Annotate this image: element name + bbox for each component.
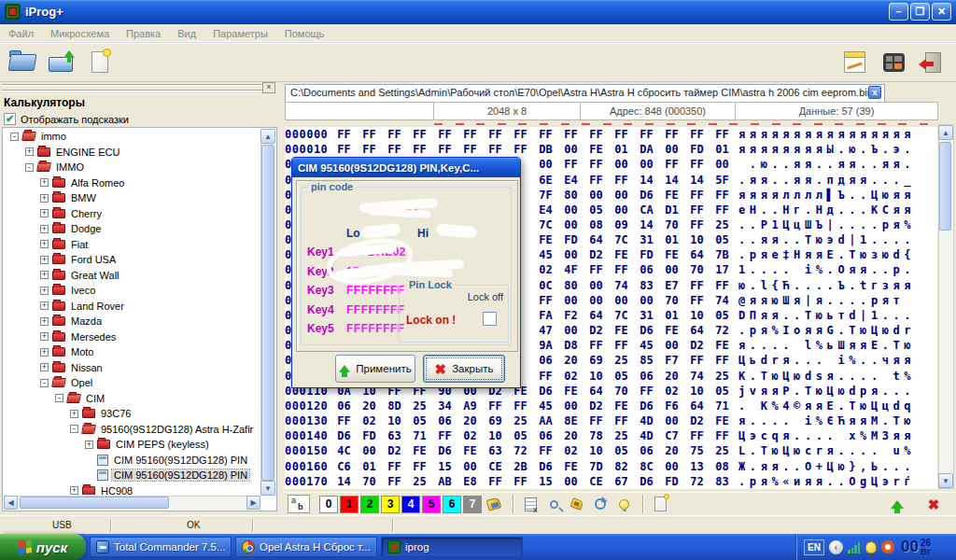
tree-toggle-icon[interactable]: -: [70, 425, 78, 433]
tree-toggle-icon[interactable]: +: [25, 147, 34, 156]
tree-item[interactable]: -95160(9S12DG128) Astra H-Zafir: [5, 422, 260, 438]
dialog-titlebar[interactable]: CIM 95160(9S12DG128) PIN,Key,C...: [292, 158, 520, 177]
tree-item[interactable]: -Opel: [5, 375, 260, 391]
tree-toggle-icon[interactable]: +: [40, 301, 49, 310]
save-file-button[interactable]: [43, 46, 78, 79]
menu-item-6[interactable]: Помощь: [276, 28, 333, 39]
menu-item-3[interactable]: Правка: [118, 28, 169, 39]
tree-item[interactable]: +CIM PEPS (keyless): [5, 437, 260, 453]
new-page-button[interactable]: [650, 495, 670, 513]
scroll-right-icon[interactable]: ▶: [246, 496, 260, 510]
tree-item[interactable]: +HC908: [5, 483, 260, 496]
color-chip-2[interactable]: 2: [360, 496, 379, 513]
scroll-down-icon[interactable]: ▼: [938, 473, 953, 488]
restore-button[interactable]: ❐: [910, 3, 930, 21]
tree-hscroll-thumb[interactable]: [20, 497, 169, 509]
hidden-icons-chevron[interactable]: ‹: [829, 540, 843, 554]
tree-item[interactable]: +Land Rover: [5, 299, 260, 315]
calculator-button[interactable]: [876, 46, 911, 79]
tree-item[interactable]: -immo: [5, 129, 260, 145]
color-chip-5[interactable]: 5: [422, 496, 441, 513]
tray-app-icon[interactable]: [881, 540, 894, 553]
tree-item[interactable]: +Iveco: [5, 283, 260, 299]
tree-item[interactable]: +ENGINE ECU: [5, 145, 260, 161]
scroll-down-icon[interactable]: ▼: [260, 481, 275, 496]
tree-item[interactable]: +Alfa Romeo: [5, 175, 260, 191]
tree-item[interactable]: -IMMO: [5, 160, 260, 175]
tree-item[interactable]: -CIM: [5, 391, 260, 407]
scroll-up-icon[interactable]: ▲: [260, 129, 275, 144]
menu-item-1[interactable]: Файл: [0, 28, 42, 39]
taskbar-task-2[interactable]: Opel Astra H Сброс т...: [235, 537, 377, 557]
tray-antivirus-icon[interactable]: [865, 541, 877, 553]
search-button[interactable]: [543, 495, 564, 513]
close-dialog-button[interactable]: ✖ Закрыть: [423, 355, 505, 383]
color-chip-0[interactable]: 0: [319, 496, 338, 513]
language-indicator[interactable]: EN: [804, 539, 824, 555]
tree-toggle-icon[interactable]: +: [40, 209, 49, 217]
color-chip-6[interactable]: 6: [443, 496, 461, 513]
scroll-up-icon[interactable]: ▲: [938, 125, 953, 140]
tree-item[interactable]: +Cherry: [5, 206, 260, 222]
open-file-button[interactable]: [4, 46, 39, 79]
tree-toggle-icon[interactable]: +: [40, 178, 49, 187]
tree-vscroll-thumb[interactable]: [261, 145, 274, 481]
taskbar-task-3[interactable]: iprog: [381, 537, 523, 557]
tree-toggle-icon[interactable]: +: [40, 194, 49, 203]
tree-item[interactable]: +Ford USA: [5, 252, 260, 268]
lock-checkbox[interactable]: [483, 312, 497, 326]
menu-item-2[interactable]: Микросхема: [42, 28, 118, 39]
refresh-button[interactable]: [590, 495, 611, 513]
tree-toggle-icon[interactable]: +: [40, 363, 49, 371]
show-hints-checkbox[interactable]: ✔ Отображать подсказки: [4, 113, 129, 125]
notes-button[interactable]: [836, 46, 872, 79]
tree-toggle-icon[interactable]: +: [40, 256, 49, 264]
close-button[interactable]: ✕: [932, 3, 951, 21]
tree-item[interactable]: +Moto: [5, 344, 260, 360]
tree-toggle-icon[interactable]: +: [40, 317, 49, 326]
scroll-left-icon[interactable]: ◀: [4, 496, 18, 510]
grid-button[interactable]: [520, 495, 541, 513]
apply-button[interactable]: Применить: [335, 355, 415, 383]
tree-toggle-icon[interactable]: -: [10, 133, 19, 141]
color-chip-4[interactable]: 4: [401, 496, 420, 513]
tree-item[interactable]: CIM 95160(9S12DG128) PIN: [5, 453, 260, 469]
hint-button[interactable]: [613, 495, 634, 513]
tree-item[interactable]: CIM 95160(9S12DG128) PIN: [5, 468, 260, 483]
tree-toggle-icon[interactable]: -: [40, 379, 49, 387]
cancel-button[interactable]: ✖: [923, 495, 944, 513]
tree-vertical-scrollbar[interactable]: ▲ ▼: [260, 129, 275, 496]
tree-toggle-icon[interactable]: +: [40, 271, 49, 279]
panel-close-icon[interactable]: ×: [262, 82, 275, 93]
tree-item[interactable]: +93C76: [5, 406, 260, 422]
tree-toggle-icon[interactable]: +: [40, 240, 49, 248]
file-path-tab[interactable]: C:\Documents and Settings\Admin\Рабочий …: [285, 84, 885, 102]
tree-item[interactable]: +Nissan: [5, 360, 260, 376]
tray-clock[interactable]: 00 26 Вт: [901, 538, 931, 556]
tree-item[interactable]: +Mazda: [5, 314, 260, 329]
start-button[interactable]: пуск: [0, 534, 86, 560]
tree-toggle-icon[interactable]: +: [40, 348, 49, 357]
color-chip-3[interactable]: 3: [381, 496, 400, 513]
panel-splitter[interactable]: [278, 82, 282, 515]
tree-toggle-icon[interactable]: +: [70, 486, 78, 495]
tree-toggle-icon[interactable]: +: [40, 225, 49, 233]
menu-item-4[interactable]: Вид: [169, 28, 204, 39]
minimize-button[interactable]: –: [889, 3, 908, 21]
tree-item[interactable]: +Dodge: [5, 221, 260, 237]
panel-grip[interactable]: [2, 84, 263, 91]
tree-toggle-icon[interactable]: -: [55, 394, 63, 402]
paint-button[interactable]: [484, 495, 504, 513]
ascii-mode-button[interactable]: ab: [288, 495, 310, 513]
tree-item[interactable]: +Great Wall: [5, 268, 260, 284]
tree-toggle-icon[interactable]: -: [25, 163, 34, 172]
tree-horizontal-scrollbar[interactable]: ◀ ▶: [4, 496, 260, 510]
signal-bars-icon[interactable]: [848, 541, 861, 553]
menu-item-5[interactable]: Параметры: [204, 28, 276, 39]
tree-toggle-icon[interactable]: +: [40, 332, 49, 341]
color-chip-7[interactable]: 7: [463, 496, 482, 513]
write-button[interactable]: [887, 495, 907, 513]
hex-vscroll-thumb[interactable]: [939, 142, 951, 231]
color-chip-1[interactable]: 1: [340, 496, 358, 513]
file-close-icon[interactable]: x: [868, 86, 881, 99]
